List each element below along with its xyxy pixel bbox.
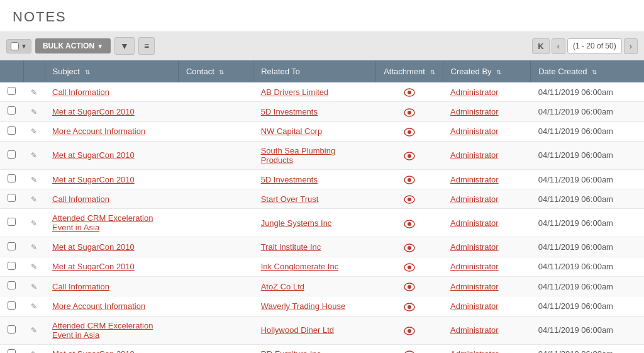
created-by-link[interactable]: Administrator: [450, 349, 499, 353]
subject-link[interactable]: Call Information: [52, 282, 109, 291]
row-checkbox[interactable]: [8, 106, 16, 115]
related-to-link[interactable]: Trait Institute Inc: [261, 242, 321, 252]
attachment-icon[interactable]: [404, 262, 415, 272]
edit-icon[interactable]: ✎: [31, 302, 37, 311]
related-to-link[interactable]: South Sea Plumbing Products: [261, 146, 336, 165]
pagination-info: (1 - 20 of 50): [567, 38, 622, 53]
related-to-link[interactable]: NW Capital Corp: [261, 126, 323, 136]
related-to-link[interactable]: DD Furniture Inc: [261, 349, 321, 353]
row-checkbox[interactable]: [8, 150, 16, 159]
related-to-link[interactable]: Waverly Trading House: [261, 301, 346, 311]
related-to-link[interactable]: 5D Investments: [261, 175, 318, 184]
attachment-icon[interactable]: [404, 174, 415, 184]
attachment-icon[interactable]: [404, 349, 415, 353]
prev-page-button[interactable]: ‹: [552, 38, 565, 54]
row-checkbox[interactable]: [8, 242, 16, 250]
created-by-link[interactable]: Administrator: [450, 282, 499, 291]
first-page-button[interactable]: K: [532, 38, 549, 54]
subject-link[interactable]: Met at SugarCon 2010: [52, 242, 135, 252]
created-by-link[interactable]: Administrator: [450, 107, 499, 116]
subject-link[interactable]: Met at SugarCon 2010: [52, 349, 135, 353]
edit-icon[interactable]: ✎: [31, 243, 37, 252]
created-by-link[interactable]: Administrator: [450, 218, 499, 228]
col-header-contact[interactable]: Contact ⇅: [178, 60, 253, 82]
edit-icon[interactable]: ✎: [31, 195, 37, 204]
row-checkbox[interactable]: [8, 301, 16, 310]
row-checkbox[interactable]: [8, 281, 16, 289]
row-checkbox[interactable]: [8, 87, 16, 95]
next-icon: ›: [630, 42, 632, 51]
bulk-action-button[interactable]: BULK ACTION ▼: [35, 38, 111, 53]
edit-icon[interactable]: ✎: [31, 151, 37, 160]
col-header-datecreated[interactable]: Date Created ⇅: [531, 60, 644, 82]
table-row: ✎Met at SugarCon 2010Trait Institute Inc…: [0, 237, 644, 257]
subject-link[interactable]: Call Information: [52, 194, 109, 204]
select-all-checkbox[interactable]: [11, 42, 19, 50]
created-by-link[interactable]: Administrator: [450, 87, 499, 97]
attachment-icon[interactable]: [404, 218, 415, 228]
row-checkbox[interactable]: [8, 218, 16, 226]
filter-button[interactable]: ▼: [114, 37, 135, 55]
subject-link[interactable]: Met at SugarCon 2010: [52, 175, 135, 184]
prev-icon: ‹: [557, 42, 560, 51]
subject-link[interactable]: More Account Information: [52, 301, 145, 311]
related-to-link[interactable]: Jungle Systems Inc: [261, 218, 332, 228]
attachment-icon[interactable]: [404, 194, 415, 204]
columns-button[interactable]: ≡: [138, 37, 155, 55]
attachment-icon[interactable]: [404, 126, 415, 137]
attachment-icon[interactable]: [404, 242, 415, 252]
attachment-icon[interactable]: [404, 301, 415, 311]
created-by-link[interactable]: Administrator: [450, 242, 499, 252]
edit-icon[interactable]: ✎: [31, 262, 37, 271]
subject-link[interactable]: Met at SugarCon 2010: [52, 262, 135, 271]
row-checkbox[interactable]: [8, 262, 16, 270]
related-to-link[interactable]: Ink Conglomerate Inc: [261, 262, 339, 271]
row-checkbox[interactable]: [8, 174, 16, 182]
next-page-button[interactable]: ›: [624, 38, 638, 54]
subject-link[interactable]: Met at SugarCon 2010: [52, 150, 135, 160]
col-header-createdby[interactable]: Created By ⇅: [443, 60, 531, 82]
edit-icon[interactable]: ✎: [31, 350, 37, 353]
related-to-link[interactable]: Start Over Trust: [261, 194, 319, 204]
created-by-link[interactable]: Administrator: [450, 175, 499, 184]
subject-link[interactable]: Attended CRM Exceleration Event in Asia: [52, 213, 153, 232]
edit-icon[interactable]: ✎: [31, 283, 37, 291]
svg-point-13: [408, 222, 411, 226]
date-created-cell: 04/11/2019 06:00am: [531, 344, 644, 353]
checkbox-dropdown[interactable]: ▼: [6, 39, 31, 53]
subject-link[interactable]: Call Information: [52, 87, 109, 97]
related-to-link[interactable]: Hollywood Diner Ltd: [261, 325, 334, 335]
edit-icon[interactable]: ✎: [31, 108, 37, 116]
attachment-icon[interactable]: [404, 281, 415, 291]
created-by-link[interactable]: Administrator: [450, 150, 499, 160]
subject-link[interactable]: Met at SugarCon 2010: [52, 107, 135, 116]
created-by-link[interactable]: Administrator: [450, 194, 499, 204]
attachment-icon[interactable]: [404, 87, 415, 97]
edit-icon[interactable]: ✎: [31, 326, 37, 335]
col-header-subject[interactable]: Subject ⇅: [45, 60, 178, 82]
edit-icon[interactable]: ✎: [31, 219, 37, 228]
attachment-icon[interactable]: [404, 325, 415, 335]
row-checkbox[interactable]: [8, 349, 16, 353]
columns-icon: ≡: [144, 41, 149, 51]
related-to-link[interactable]: AtoZ Co Ltd: [261, 282, 304, 291]
attachment-icon[interactable]: [404, 150, 415, 160]
subject-link[interactable]: More Account Information: [52, 126, 145, 136]
edit-icon[interactable]: ✎: [31, 127, 37, 136]
row-checkbox[interactable]: [8, 126, 16, 135]
related-to-link[interactable]: AB Drivers Limited: [261, 87, 329, 97]
created-by-link[interactable]: Administrator: [450, 325, 499, 335]
related-to-link[interactable]: 5D Investments: [261, 107, 318, 116]
created-by-link[interactable]: Administrator: [450, 126, 499, 136]
col-header-attachment[interactable]: Attachment ⇅: [376, 60, 443, 82]
edit-icon[interactable]: ✎: [31, 88, 37, 97]
row-checkbox[interactable]: [8, 194, 16, 202]
attachment-icon[interactable]: [404, 106, 415, 116]
created-by-link[interactable]: Administrator: [450, 301, 499, 311]
col-header-related[interactable]: Related To: [253, 60, 376, 82]
edit-icon[interactable]: ✎: [31, 176, 37, 184]
created-by-link[interactable]: Administrator: [450, 262, 499, 271]
subject-link[interactable]: Attended CRM Exceleration Event in Asia: [52, 321, 153, 340]
row-checkbox[interactable]: [8, 325, 16, 333]
table-row: ✎Attended CRM Exceleration Event in Asia…: [0, 209, 644, 237]
